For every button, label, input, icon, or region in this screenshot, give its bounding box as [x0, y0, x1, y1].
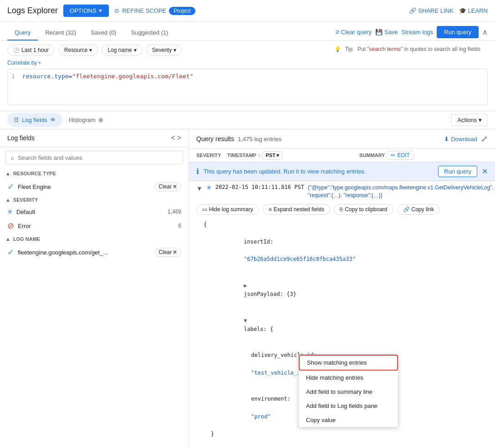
hide-log-summary-button[interactable]: ▭ Hide log summary — [196, 204, 259, 215]
split-pane: Log fields < > ⌕ ▲ RESOURCE TYPE ✓ Fleet… — [0, 129, 495, 448]
notice-close-button[interactable]: ✕ — [482, 167, 488, 176]
field-log-name[interactable]: ✓ fleetengine.googleapis.com/get_... Cle… — [0, 244, 189, 260]
results-cols: SEVERITY TIMESTAMP ↑ PST ▾ SUMMARY ✏ EDI… — [189, 149, 495, 162]
tab-query[interactable]: Query — [7, 25, 38, 41]
query-tabs: Query Recent (32) Saved (0) Suggested (1… — [0, 22, 495, 41]
query-panel: Query Recent (32) Saved (0) Suggested (1… — [0, 22, 495, 111]
tab-histogram[interactable]: Histogram ⊗ — [62, 113, 110, 127]
star-blue-icon: ✳ — [7, 208, 13, 215]
scope-icon: ⊙ — [114, 7, 119, 14]
chevron-down-icon: ▾ — [276, 153, 279, 158]
tip-text: Put "search terms" in quotes to search a… — [357, 46, 480, 52]
context-menu-item-add-summary[interactable]: Add field to summary line — [299, 385, 398, 399]
save-button[interactable]: 💾 Save — [375, 29, 398, 36]
collapse-panel-button[interactable]: ∧ — [482, 28, 488, 36]
json-labels-open[interactable]: ▼ labels: { — [204, 307, 488, 342]
tab-saved[interactable]: Saved (0) — [83, 25, 123, 41]
search-icon: ⌕ — [10, 154, 14, 161]
search-field[interactable]: ⌕ — [5, 151, 183, 164]
json-labels-close: } — [204, 430, 488, 438]
line-number: 1 — [11, 73, 15, 80]
log-fields-title: Log fields — [7, 134, 35, 142]
chevron-down-icon: ▾ — [134, 47, 137, 53]
close-icon: ✕ — [173, 249, 177, 255]
json-log-name: logName: /fle... — [204, 438, 488, 448]
col-timestamp-header: TIMESTAMP ↑ PST ▾ — [227, 151, 356, 160]
clear-fleet-engine-button[interactable]: Show matching entries Clear ✕ — [154, 182, 181, 191]
actions-dropdown-button[interactable]: Actions ▾ — [451, 114, 488, 126]
app-title: Logs Explorer — [7, 6, 58, 15]
expand-nested-button[interactable]: ≡ Expand nested fields — [263, 204, 330, 215]
share-icon: 🔗 — [409, 7, 416, 14]
edit-icon: ✏ — [391, 152, 395, 158]
eye-icon: 👁 — [50, 117, 56, 123]
code-view-toggle[interactable]: < > — [171, 134, 181, 142]
greater-than-icon: > — [177, 134, 181, 142]
close-icon: ✕ — [173, 183, 177, 190]
notice-text: This query has been updated. Run it to v… — [204, 168, 434, 175]
context-menu-item-show-matching[interactable]: Show matching entries — [299, 355, 398, 371]
field-error[interactable]: ⊘ Error 6 — [0, 218, 189, 234]
left-panel-header: Log fields < > — [0, 129, 189, 147]
field-default[interactable]: ✳ Default 1,469 — [0, 205, 189, 218]
section-severity[interactable]: ▲ SEVERITY — [0, 194, 189, 205]
tab-suggested[interactable]: Suggested (1) — [124, 25, 176, 41]
context-menu: Show matching entries Hide matching entr… — [298, 354, 398, 428]
section-resource-type[interactable]: ▲ RESOURCE TYPE — [0, 168, 189, 179]
sort-asc-icon: ↑ — [258, 153, 261, 158]
context-menu-item-hide-matching[interactable]: Hide matching entries — [299, 371, 398, 385]
left-panel: Log fields < > ⌕ ▲ RESOURCE TYPE ✓ Fleet… — [0, 129, 189, 448]
results-title: Query results — [196, 135, 234, 143]
time-filter-chip[interactable]: 🕐 Last 1 hour — [7, 45, 55, 56]
tab-log-fields[interactable]: ☰ Log fields 👁 — [7, 113, 62, 127]
clear-log-name-button[interactable]: Clear ✕ — [154, 248, 181, 257]
expand-panel-button[interactable]: ⤢ — [481, 134, 488, 144]
clear-query-button[interactable]: ⧄ Clear query — [336, 28, 372, 36]
tab-recent[interactable]: Recent (32) — [38, 25, 83, 41]
check-green-icon: ✓ — [7, 247, 14, 257]
field-fleet-engine[interactable]: ✓ Fleet Engine Show matching entries Cle… — [0, 179, 189, 194]
download-button[interactable]: ⬇ Download — [444, 136, 477, 143]
severity-filter-chip[interactable]: Severity ▾ — [146, 45, 182, 56]
check-green-icon: ✓ — [7, 182, 14, 192]
resource-filter-chip[interactable]: Resource ▾ — [58, 45, 98, 56]
json-json-payload[interactable]: ▶ jsonPayload: {3} — [204, 273, 488, 308]
histogram-hidden-icon: ⊗ — [98, 117, 103, 123]
stream-logs-button[interactable]: Stream logs — [402, 29, 433, 36]
run-query-button[interactable]: Run query — [437, 26, 479, 38]
tip-label: Tip: — [345, 46, 354, 52]
pst-toggle[interactable]: PST ▾ — [262, 151, 282, 160]
copy-link-button[interactable]: 🔗 Copy link — [397, 204, 440, 215]
context-menu-item-copy-value[interactable]: Copy value — [299, 413, 398, 427]
run-query-inline-button[interactable]: Run query — [438, 166, 477, 177]
code-resource-key: resource.type — [22, 73, 69, 80]
clipboard-icon: ⎘ — [340, 206, 343, 213]
log-timestamp: 2022-02-15 10:11:11.816 PST — [215, 184, 304, 190]
log-entry-header[interactable]: ▼ ✳ 2022-02-15 10:11:11.816 PST {"@type"… — [189, 181, 495, 202]
col-summary-header: SUMMARY ✏ EDIT — [359, 151, 488, 160]
top-bar: Logs Explorer OPTIONS ▼ ⊙ REFINE SCOPE P… — [0, 0, 495, 22]
copy-clipboard-button[interactable]: ⎘ Copy to clipboard — [334, 204, 393, 215]
context-menu-item-add-log-fields[interactable]: Add field to Log fields pane — [299, 399, 398, 413]
log-summary-text: {"@type":"type.googleapis.com/maps.fleet… — [308, 184, 494, 199]
collapse-icon: ▲ — [5, 171, 10, 176]
query-editor[interactable]: 1resource.type="fleetengine.googleapis.c… — [7, 69, 488, 105]
log-actions-bar: ▭ Hide log summary ≡ Expand nested field… — [189, 202, 495, 219]
correlate-chip[interactable]: Correlate by + — [7, 60, 41, 66]
share-link[interactable]: 🔗 SHARE LINK — [409, 7, 453, 14]
edit-summary-button[interactable]: ✏ EDIT — [387, 151, 413, 160]
hide-icon: ▭ — [202, 206, 207, 213]
learn-link[interactable]: 🎓 LEARN — [459, 7, 488, 14]
expand-json-payload-icon: ▶ — [244, 282, 247, 289]
section-log-name[interactable]: ▲ LOG NAME — [0, 234, 189, 244]
search-input[interactable] — [18, 154, 178, 161]
options-button[interactable]: OPTIONS ▼ — [63, 5, 109, 17]
tip-icon: 💡 — [334, 46, 341, 52]
download-icon: ⬇ — [444, 136, 449, 143]
learn-icon: 🎓 — [459, 7, 466, 14]
json-insert-id: insertId: "67b26a5dd1ce9ce65f16c0fbca435… — [204, 229, 488, 273]
log-name-filter-chip[interactable]: Log name ▾ — [102, 45, 142, 56]
refine-scope-link[interactable]: ⊙ REFINE SCOPE Project — [114, 7, 195, 15]
clock-icon: 🕐 — [13, 47, 20, 53]
add-icon: + — [38, 60, 41, 66]
